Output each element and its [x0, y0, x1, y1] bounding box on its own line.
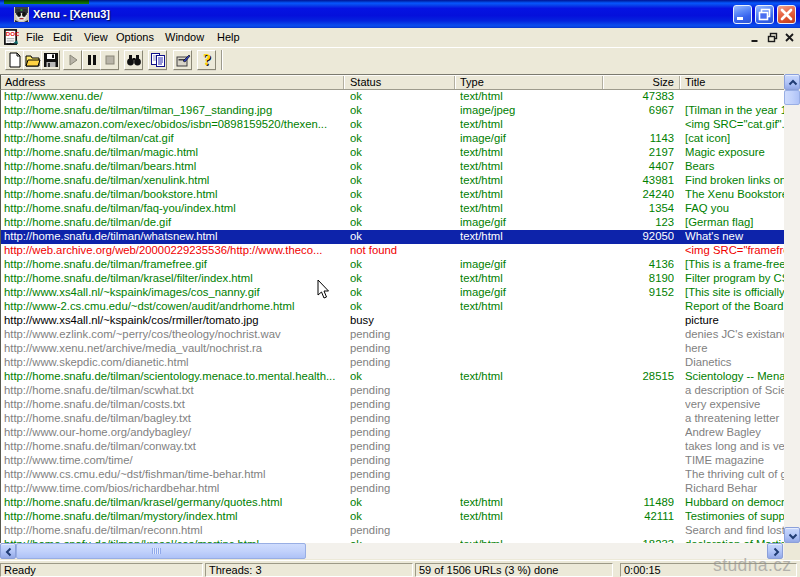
svg-text:?: ? — [203, 52, 211, 68]
svg-text:DOC: DOC — [6, 30, 19, 37]
